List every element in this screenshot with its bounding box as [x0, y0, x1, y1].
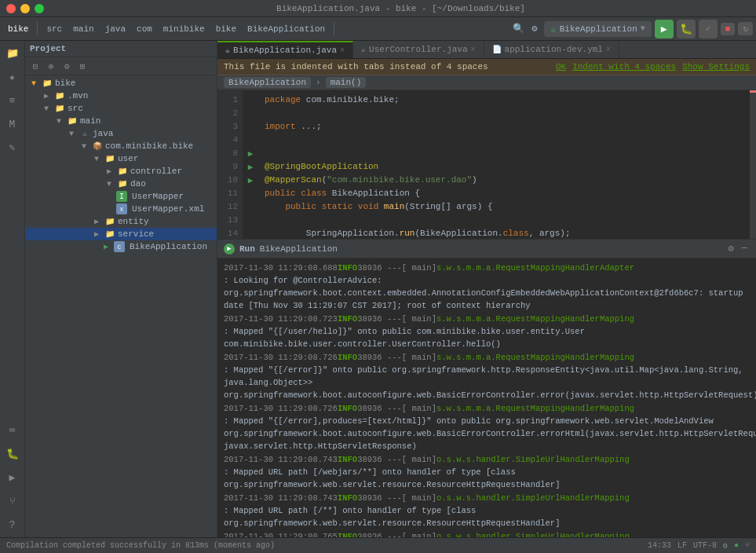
banner-ok-button[interactable]: OK [556, 62, 566, 71]
tab-close-bikeapp[interactable]: × [340, 46, 345, 55]
main-toolbar: bike src main java com minibike bike Bik… [0, 17, 756, 41]
line-col[interactable]: 14:33 [648, 541, 671, 550]
gi-run[interactable]: ▶ [243, 147, 258, 160]
minimize-button[interactable] [20, 4, 30, 13]
project-tree: ▼ 📁 bike ▶ 📁 .mvn ▼ 📁 src [25, 75, 217, 537]
run-panel-button[interactable]: ▶ [3, 468, 22, 487]
app-toolbar-btn[interactable]: BikeApplication [243, 23, 330, 35]
log-line: 2017-11-30 11:29:08.743 INFO 38936 ---[ … [224, 453, 750, 491]
tree-item-user[interactable]: ▼ 📁 user [25, 152, 217, 165]
gi-4 [243, 134, 258, 147]
window-title: BikeApplication.java - bike - [~/Downloa… [52, 4, 750, 13]
arrow-icon: ▼ [53, 115, 64, 126]
tree-item-usermapper-xml[interactable]: X UserMapper.xml [25, 203, 217, 215]
line-ending[interactable]: LF [677, 541, 687, 550]
help-button[interactable]: ? [3, 515, 22, 534]
main-toolbar-btn[interactable]: main [68, 23, 98, 35]
project-toolbar-btn[interactable]: bike [3, 23, 33, 35]
run-button[interactable]: ▶ [655, 20, 674, 38]
arrow-icon: ▶ [104, 166, 115, 177]
banner-indent-button[interactable]: Indent with 4 spaces [572, 62, 676, 71]
line-numbers: 1 2 3 4 8 9 10 11 12 13 14 15 16 [217, 90, 243, 239]
debug-panel-button[interactable]: 🐛 [3, 445, 22, 463]
gi-1 [243, 93, 258, 107]
stop-button[interactable]: ■ [721, 23, 736, 35]
maven-button[interactable]: M [3, 115, 22, 134]
run-config[interactable]: ☕ BikeApplication ▼ [544, 21, 652, 37]
expand-button[interactable]: ⊞ [75, 59, 89, 73]
code-scroll-area[interactable]: 1 2 3 4 8 9 10 11 12 13 14 15 16 [217, 90, 756, 239]
editor-area: ☕ BikeApplication.java × ☕ UserControlle… [217, 41, 756, 537]
minibike-toolbar-btn[interactable]: minibike [159, 23, 210, 35]
tree-item-label: java [93, 129, 113, 138]
project-folder-icon: 📁 [42, 78, 53, 89]
log-line: 2017-11-30 11:29:08.726 INFO 38936 ---[ … [224, 351, 750, 401]
gi-run2[interactable]: ▶ [243, 160, 258, 174]
run-output[interactable]: 2017-11-30 11:29:08.688 INFO 38936 ---[ … [217, 258, 756, 537]
tree-item-label: src [68, 104, 83, 113]
search-icon[interactable]: 🔍 [513, 23, 525, 35]
locate-file-button[interactable]: ⊕ [44, 59, 58, 73]
tab-usercontroller[interactable]: ☕ UserController.java × [353, 41, 484, 58]
tree-item-label: main [80, 116, 100, 126]
maximize-button[interactable] [35, 4, 44, 13]
settings-icon[interactable]: ⚙ [528, 23, 541, 35]
tree-item-com-minibike[interactable]: ▼ 📦 com.minibike.bike [25, 140, 217, 152]
com-toolbar-btn[interactable]: com [132, 23, 157, 35]
tree-item-bikeapp[interactable]: ▶ C BikeApplication [25, 240, 217, 253]
tab-close-appdev[interactable]: × [606, 46, 611, 54]
breadcrumb-sep: › [316, 78, 321, 87]
java-class-icon: C [114, 241, 125, 252]
sidebar-toolbar: ⊟ ⊕ ⚙ ⊞ [25, 57, 217, 75]
tree-item-usermapper[interactable]: I UserMapper [25, 190, 217, 203]
project-panel-button[interactable]: 📁 [3, 44, 22, 63]
window-controls[interactable] [6, 4, 44, 13]
coverage-button[interactable]: ✓ [699, 20, 718, 38]
arrow-icon: ▼ [66, 128, 77, 139]
tree-item-main[interactable]: ▼ 📁 main [25, 115, 217, 127]
banner-settings-button[interactable]: Show Settings [682, 62, 750, 71]
tab-close-userctrl[interactable]: × [471, 46, 476, 54]
rerun-button[interactable]: ↻ [738, 22, 753, 35]
tree-item-java[interactable]: ▼ ☕ java [25, 127, 217, 140]
tree-item-entity[interactable]: ▶ 📁 entity [25, 215, 217, 228]
terminal-button[interactable]: ⌨ [3, 421, 22, 440]
tree-item-dao[interactable]: ▼ 📁 dao [25, 178, 217, 190]
favorites-button[interactable]: ★ [3, 68, 22, 86]
structure-button[interactable]: ≡ [3, 91, 22, 110]
folder-icon: 📁 [104, 216, 115, 227]
encoding[interactable]: UTF-8 [693, 541, 717, 550]
run-panel-title: Run [239, 244, 255, 254]
gi-run3[interactable]: ▶ [243, 174, 258, 187]
breadcrumb-method: main() [326, 77, 367, 88]
notification-icon: ● [734, 541, 739, 550]
bike-toolbar-btn[interactable]: bike [211, 23, 241, 35]
settings-tree-button[interactable]: ⚙ [60, 59, 74, 73]
tree-item-mvn[interactable]: ▶ 📁 .mvn [25, 90, 217, 102]
ln-10: 10 [222, 174, 238, 187]
ln-8: 8 [222, 147, 238, 160]
panel-settings-btn[interactable]: ⚙ [726, 242, 736, 255]
tree-item-service[interactable]: ▶ 📁 service [25, 228, 217, 240]
sidebar-header: Project [25, 41, 217, 57]
git-button[interactable]: ⑂ [3, 492, 22, 511]
tree-item-bike[interactable]: ▼ 📁 bike [25, 77, 217, 90]
tree-item-src[interactable]: ▼ 📁 src [25, 102, 217, 115]
tab-appdev[interactable]: 📄 application-dev.yml × [484, 41, 619, 58]
collapse-all-button[interactable]: ⊟ [28, 59, 42, 73]
code-content[interactable]: package com.minibike.bike; import ...; @… [258, 90, 750, 239]
tree-item-label: UserMapper.xml [132, 204, 204, 214]
java-toolbar-btn[interactable]: java [100, 23, 130, 35]
todo-button[interactable]: ✎ [3, 138, 22, 157]
folder-icon: 📁 [54, 90, 65, 101]
editor-tabs: ☕ BikeApplication.java × ☕ UserControlle… [217, 41, 756, 59]
tab-bikeapp[interactable]: ☕ BikeApplication.java × [217, 41, 353, 58]
src-toolbar-btn[interactable]: src [42, 23, 67, 35]
code-editor: BikeApplication › main() 1 2 3 4 8 9 10 … [217, 75, 756, 239]
close-button[interactable] [6, 4, 16, 13]
panel-minimize-btn[interactable]: — [740, 242, 750, 255]
debug-button[interactable]: 🐛 [677, 20, 696, 38]
tree-item-label: user [118, 154, 138, 163]
tree-item-controller[interactable]: ▶ 📁 controller [25, 165, 217, 178]
yml-tab-icon: 📄 [492, 45, 502, 54]
